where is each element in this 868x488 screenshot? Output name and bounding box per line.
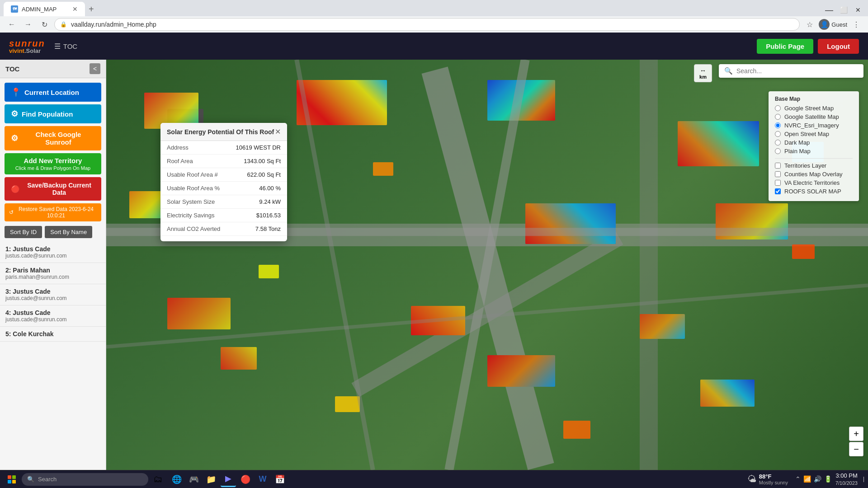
radio-open-street[interactable] — [775, 131, 781, 137]
toc-nav-button[interactable]: ☰ TOC — [54, 42, 77, 51]
list-item[interactable]: 2: Paris Mahan paris.mahan@sunrun.com — [0, 263, 106, 284]
zoom-out-button[interactable]: − — [849, 442, 863, 456]
sort-by-id-button[interactable]: Sort By ID — [5, 226, 42, 238]
weather-widget[interactable]: 🌤 88°F Mostly sunny — [747, 473, 788, 485]
current-location-label: Current Location — [24, 89, 79, 96]
layer-option-territories[interactable]: Territories Layer — [775, 162, 853, 169]
public-page-button[interactable]: Public Page — [757, 39, 813, 54]
minimize-button[interactable]: — — [823, 4, 835, 16]
zoom-in-button[interactable]: + — [849, 427, 863, 441]
taskbar-app-vs[interactable]: ▶ — [221, 472, 236, 487]
toc-collapse-button[interactable]: < — [90, 63, 100, 74]
save-label: Save/Backup Current Data — [24, 182, 95, 196]
taskbar-search-text: Search — [38, 476, 57, 483]
find-population-button[interactable]: ⚙ Find Population — [5, 104, 101, 123]
territory-list: 1: Justus Cade justus.cade@sunrun.com 2:… — [0, 242, 106, 470]
popup-arrow — [218, 236, 229, 241]
radio-google-street[interactable] — [775, 105, 781, 111]
layer-option-va-electric[interactable]: VA Electric Territories — [775, 179, 853, 186]
popup-usable-area-num-value: 622.00 Sq Ft — [247, 171, 281, 178]
taskbar-app-browser-alt[interactable]: 🌐 — [169, 472, 184, 487]
layer-option-google-street[interactable]: Google Street Map — [775, 105, 853, 112]
back-button[interactable]: ← — [5, 18, 18, 31]
taskbar-app-files[interactable]: 📁 — [203, 472, 219, 487]
find-population-label: Find Population — [22, 110, 73, 118]
list-item[interactable]: 5: Cole Kurchak — [0, 327, 106, 342]
new-tab-button[interactable]: + — [85, 2, 98, 16]
start-button[interactable] — [4, 471, 20, 488]
km-toggle-button[interactable]: ↔ km — [694, 64, 712, 82]
territory-name: 4: Justus Cade — [5, 309, 100, 316]
check-sunroof-button[interactable]: ⚙ Check Google Sunroof — [5, 126, 101, 150]
taskbar-app-game[interactable]: 🎮 — [186, 472, 202, 487]
checkbox-territories[interactable] — [775, 163, 781, 169]
taskbar-app-explorer[interactable]: 🗂 — [150, 472, 165, 487]
profile-avatar: 👤 — [819, 19, 830, 30]
layer-option-nvrc-esri[interactable]: NVRC_Esri_Imagery — [775, 122, 853, 129]
browser-controls-bar: ← → ↻ 🔒 vaallday.run/admin_Home.php ☆ 👤 … — [0, 16, 868, 33]
taskbar-app-word[interactable]: W — [255, 472, 270, 487]
zoom-controls: + − — [849, 427, 863, 456]
layer-option-roofs-solar[interactable]: ROOFS SOLAR MAP — [775, 188, 853, 195]
list-item[interactable]: 1: Justus Cade justus.cade@sunrun.com — [0, 242, 106, 263]
app-container: sunrun vivint.Solar ☰ TOC Public Page Lo… — [0, 33, 868, 470]
browser-tabs: 🗺 ADMIN_MAP ✕ + — ⬜ ✕ — [0, 0, 868, 16]
popup-co2-label: Annual CO2 Averted — [167, 225, 220, 232]
reload-button[interactable]: ↻ — [38, 18, 51, 31]
toc-title: TOC — [5, 65, 19, 73]
active-tab[interactable]: 🗺 ADMIN_MAP ✕ — [4, 2, 85, 16]
popup-header: Solar Energy Potential Of This Roof ✕ — [160, 123, 287, 141]
layer-option-dark-map[interactable]: Dark Map — [775, 139, 853, 146]
profile-button[interactable]: 👤 Guest — [819, 19, 847, 30]
address-bar[interactable]: 🔒 vaallday.run/admin_Home.php — [54, 18, 800, 31]
checkbox-roofs-solar[interactable] — [775, 188, 781, 194]
layer-option-plain-map[interactable]: Plain Map — [775, 148, 853, 155]
popup-close-button[interactable]: ✕ — [275, 127, 281, 136]
save-button[interactable]: 🔴 Save/Backup Current Data — [5, 177, 101, 201]
menu-button[interactable]: ⋮ — [850, 18, 863, 31]
check-sunroof-label: Check Google Sunroof — [22, 131, 95, 146]
popup-electricity-savings-label: Electricity Savings — [167, 212, 214, 219]
radio-plain-map[interactable] — [775, 148, 781, 154]
list-item[interactable]: 3: Justus Cade justus.cade@sunrun.com — [0, 284, 106, 305]
bookmark-button[interactable]: ☆ — [803, 18, 816, 31]
current-location-button[interactable]: 📍 Current Location — [5, 83, 101, 102]
windows-logo — [8, 475, 16, 483]
popup-row-roof-area: Roof Area 1343.00 Sq Ft — [160, 155, 287, 168]
popup-row-usable-area-pct: Usable Roof Area % 46.00 % — [160, 182, 287, 195]
volume-icon[interactable]: 🔊 — [814, 475, 821, 483]
radio-google-satellite[interactable] — [775, 114, 781, 120]
logout-button[interactable]: Logout — [818, 39, 859, 54]
chevron-up-icon[interactable]: ⌃ — [795, 475, 801, 483]
forward-button[interactable]: → — [22, 18, 34, 31]
taskbar-app-calendar[interactable]: 📅 — [272, 472, 288, 487]
territory-email: justus.cade@sunrun.com — [5, 253, 100, 259]
restore-button[interactable]: ↺ Restore Saved Data 2023-6-24 10:0:21 — [5, 203, 101, 221]
map-search-input[interactable] — [736, 67, 858, 75]
taskbar-app-chrome[interactable]: 🔴 — [238, 472, 253, 487]
vs-icon: ▶ — [225, 474, 231, 483]
layer-option-open-street[interactable]: Open Street Map — [775, 131, 853, 137]
close-button[interactable]: ✕ — [852, 4, 864, 16]
sort-by-name-button[interactable]: Sort By Name — [45, 226, 92, 238]
map-controls-right: 🔍 Base Map Google Street Map Google Sate… — [719, 64, 863, 78]
map-area[interactable]: ↔ km 🔍 Base Map Google Street Map — [106, 60, 868, 470]
layer-option-google-satellite[interactable]: Google Satellite Map — [775, 113, 853, 120]
popup-usable-area-pct-value: 46.00 % — [259, 185, 281, 192]
restore-icon: ↺ — [9, 209, 14, 216]
checkbox-va-electric[interactable] — [775, 180, 781, 186]
layer-option-counties[interactable]: Counties Map Overlay — [775, 171, 853, 178]
clock-widget[interactable]: 3:00 PM 7/10/2023 — [835, 472, 858, 487]
map-canvas[interactable]: ↔ km 🔍 Base Map Google Street Map — [106, 60, 868, 470]
win-tile-yellow — [12, 480, 16, 483]
show-desktop-icon[interactable]: | — [863, 476, 864, 482]
checkbox-counties[interactable] — [775, 171, 781, 177]
add-territory-button[interactable]: Add New Territory Click me & Draw Polygo… — [5, 153, 101, 174]
list-item[interactable]: 4: Justus Cade justus.cade@sunrun.com — [0, 305, 106, 327]
tab-close-button[interactable]: ✕ — [72, 5, 78, 13]
taskbar-search-bar[interactable]: 🔍 Search — [22, 473, 148, 486]
maximize-button[interactable]: ⬜ — [837, 4, 850, 16]
radio-dark-map[interactable] — [775, 140, 781, 145]
sunroof-icon: ⚙ — [11, 133, 18, 143]
radio-nvrc-esri[interactable] — [775, 122, 781, 128]
